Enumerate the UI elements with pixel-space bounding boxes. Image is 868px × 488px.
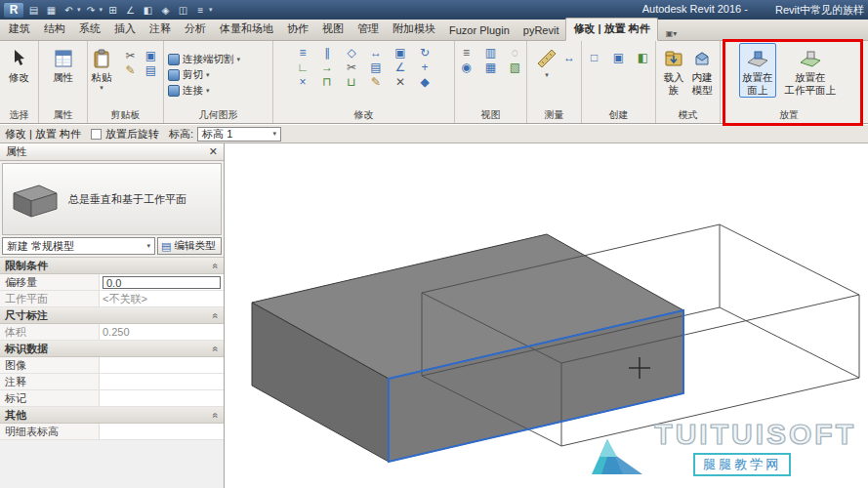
tab-fuzor-plugin[interactable]: Fuzor Plugin: [442, 21, 517, 40]
panel-label-geometry[interactable]: 几何图形: [164, 108, 272, 123]
tab-annotate[interactable]: 注释: [143, 19, 178, 40]
tab-architecture[interactable]: 建筑: [2, 19, 37, 40]
tab-view[interactable]: 视图: [315, 19, 351, 40]
measure-dropdown-icon[interactable]: ▾: [545, 71, 549, 79]
load-family-button[interactable]: 载入 族: [661, 43, 687, 98]
copy-element-icon[interactable]: ▣: [392, 46, 409, 60]
tag-icon[interactable]: ◧: [141, 3, 155, 18]
create-assembly-icon[interactable]: ◧: [635, 51, 652, 64]
match-properties-icon[interactable]: ◆: [416, 75, 434, 89]
drawing-area[interactable]: TUITUISOFT 腿腿教学网: [226, 143, 868, 488]
aligned-dimension-icon[interactable]: ↔: [563, 43, 575, 64]
unpin-icon[interactable]: ×: [294, 75, 311, 89]
delete-icon[interactable]: ✕: [392, 75, 409, 89]
tab-structure[interactable]: 结构: [37, 19, 72, 40]
tab-insert[interactable]: 插入: [107, 19, 143, 40]
group-identity-data[interactable]: 标识数据 «: [0, 341, 224, 357]
scale-icon[interactable]: ∠: [392, 61, 409, 74]
panel-label-modify[interactable]: 修改: [273, 108, 454, 123]
tab-analyze[interactable]: 分析: [178, 19, 213, 40]
render-icon[interactable]: ▦: [482, 61, 500, 74]
array-icon[interactable]: ▤: [367, 61, 385, 74]
offset-icon[interactable]: ∥: [318, 46, 336, 60]
panel-label-properties[interactable]: 属性: [39, 108, 87, 123]
measure-button[interactable]: ▾: [533, 43, 560, 81]
pin-icon[interactable]: +: [416, 61, 434, 74]
modify-button[interactable]: 修改: [6, 43, 32, 85]
paste-options-icon[interactable]: ▤: [145, 63, 158, 77]
3d-view-icon[interactable]: ◈: [158, 3, 173, 18]
group-dimensions[interactable]: 尺寸标注 «: [0, 307, 224, 324]
redo-icon[interactable]: ↷: [84, 3, 99, 18]
hide-elements-icon[interactable]: ◌: [507, 46, 524, 60]
edit-type-button[interactable]: ▤ 编辑类型: [157, 237, 222, 255]
panel-label-measure[interactable]: 测量: [527, 108, 581, 123]
isolate-icon[interactable]: ◉: [458, 61, 475, 74]
place-on-face-button[interactable]: 放置在 面上: [739, 43, 776, 98]
rotate-after-placement-checkbox[interactable]: 放置后旋转: [91, 127, 159, 142]
level-dropdown[interactable]: 标高 1 ▾: [197, 127, 281, 142]
open-icon[interactable]: ▤: [26, 3, 41, 18]
paste-dropdown-icon[interactable]: ▾: [100, 84, 103, 92]
cut-geometry-button[interactable]: 剪切 ▾: [164, 67, 272, 83]
tab-addins[interactable]: 附加模块: [386, 19, 442, 40]
tab-collaborate[interactable]: 协作: [280, 19, 315, 40]
redo-dropdown-icon[interactable]: ▾: [100, 6, 103, 14]
place-on-work-plane-button[interactable]: 放置在 工作平面上: [782, 43, 840, 98]
qat-customize-icon[interactable]: ▾: [209, 6, 213, 14]
join-icon[interactable]: ⊓: [318, 75, 336, 89]
tab-pyrevit[interactable]: pyRevit: [517, 21, 566, 40]
image-value-field[interactable]: [100, 357, 224, 373]
extend-icon[interactable]: →: [318, 61, 336, 74]
mirror-icon[interactable]: ◇: [343, 46, 360, 60]
section-icon[interactable]: ◫: [176, 3, 190, 18]
trim-icon[interactable]: ∟: [294, 61, 311, 74]
panel-label-select[interactable]: 选择: [0, 108, 38, 123]
panel-label-mode[interactable]: 模式: [656, 108, 720, 123]
section-box-icon[interactable]: ▧: [507, 61, 524, 74]
join-geometry-button[interactable]: 连接 ▾: [164, 83, 272, 99]
panel-label-clipboard[interactable]: 剪贴板: [88, 108, 163, 123]
coping-button[interactable]: 连接端切割 ▾: [164, 52, 272, 67]
tab-systems[interactable]: 系统: [72, 19, 107, 40]
comments-value-field[interactable]: [100, 374, 224, 389]
copy-icon[interactable]: ▣: [145, 49, 158, 62]
thin-lines-icon[interactable]: ≡: [193, 3, 208, 18]
move-icon[interactable]: ↔: [367, 46, 385, 60]
properties-button[interactable]: 属性: [50, 43, 76, 85]
group-other[interactable]: 其他 «: [0, 407, 224, 424]
rotate-icon[interactable]: ↻: [416, 46, 434, 60]
app-menu-icon[interactable]: R: [4, 3, 23, 18]
split-icon[interactable]: ✂: [343, 61, 360, 74]
undo-icon[interactable]: ↶: [62, 3, 76, 18]
mark-value-field[interactable]: [100, 390, 224, 406]
panel-label-view[interactable]: 视图: [455, 108, 526, 123]
undo-dropdown-icon[interactable]: ▾: [77, 6, 81, 14]
tab-massing-site[interactable]: 体量和场地: [213, 19, 280, 40]
create-similar-icon[interactable]: □: [586, 51, 603, 64]
paint-icon[interactable]: ✎: [367, 75, 385, 89]
model-in-place-button[interactable]: 内建 模型: [689, 43, 716, 98]
tab-manage[interactable]: 管理: [351, 19, 386, 40]
schedule-level-value-field[interactable]: [100, 424, 224, 439]
offset-value-field[interactable]: 0.0: [103, 276, 221, 289]
ribbon-minimize-icon[interactable]: ▣▾: [662, 27, 682, 40]
unjoin-icon[interactable]: ⊔: [343, 75, 360, 89]
measure-icon[interactable]: ∠: [123, 3, 138, 18]
panel-label-placement[interactable]: 放置: [721, 108, 857, 123]
close-icon[interactable]: ✕: [209, 145, 218, 158]
type-selector[interactable]: 新建 常规模型 ▾: [2, 237, 155, 255]
thin-lines-tool-icon[interactable]: ≡: [458, 46, 475, 60]
paste-button[interactable]: 粘贴 ▾: [89, 43, 115, 94]
create-group-icon[interactable]: ▣: [610, 51, 628, 64]
group-constraints[interactable]: 限制条件 «: [0, 258, 224, 274]
save-icon[interactable]: ▦: [44, 3, 59, 18]
tab-modify-place-component[interactable]: 修改 | 放置 构件: [565, 18, 657, 41]
visibility-icon[interactable]: ▥: [482, 46, 500, 60]
print-icon[interactable]: ⊞: [105, 3, 120, 18]
panel-label-create[interactable]: 创建: [582, 108, 655, 123]
cut-icon[interactable]: ✂: [124, 49, 138, 62]
checkbox-icon[interactable]: [91, 129, 102, 140]
align-icon[interactable]: ≡: [294, 46, 311, 60]
match-type-icon[interactable]: ✎: [124, 63, 138, 77]
